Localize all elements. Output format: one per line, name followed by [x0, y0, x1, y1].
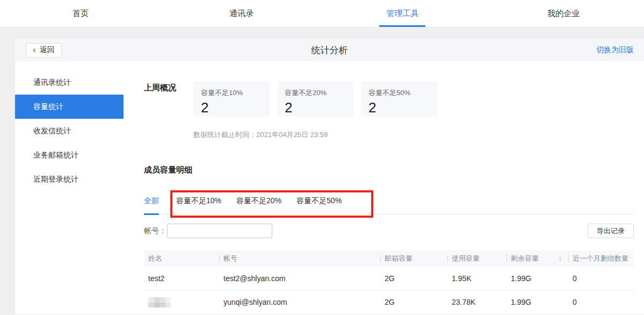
nav-item-label: 管理工具: [386, 9, 418, 19]
sidebar: 通讯录统计 容量统计 收发信统计 业务邮箱统计 近期登录统计: [15, 61, 124, 314]
switch-to-old-version-link[interactable]: 切换为旧版: [596, 45, 634, 55]
last-week-overview-section: 上周概况 容量不足10% 2 容量不足20% 2 容量不足50% 2: [144, 81, 634, 117]
redacted-name-mosaic: [148, 297, 171, 307]
cell-deleted-last-month: 0: [568, 290, 634, 314]
table-header-row: 姓名 帐号 邮箱容量 使用容量 ↓ 剩余容量 近一个月删信数量: [144, 250, 634, 267]
sidebar-item-label: 容量统计: [33, 102, 63, 111]
cell-mailbox-quota: 2G: [380, 267, 447, 290]
top-nav: 首页 通讯录 管理工具 我的企业: [0, 0, 644, 27]
nav-item-my-enterprise[interactable]: 我的企业: [483, 0, 644, 27]
stat-card-label: 容量不足20%: [285, 88, 353, 98]
stat-card-value: 2: [285, 99, 353, 116]
column-header-remaining-capacity[interactable]: ↓ 剩余容量: [506, 250, 568, 267]
tab-all[interactable]: 全部: [144, 196, 159, 215]
sidebar-item-label: 业务邮箱统计: [33, 151, 78, 159]
cell-account: test2@shlyan.com: [219, 267, 380, 290]
stat-card-value: 2: [368, 99, 437, 116]
nav-item-contacts[interactable]: 通讯录: [161, 0, 322, 27]
member-capacity-detail-title: 成员容量明细: [144, 165, 634, 175]
data-cutoff-timestamp: 数据统计截止时间：2021年04月25日 23:59: [193, 130, 634, 140]
sidebar-item-label: 通讯录统计: [33, 78, 71, 87]
sidebar-item-business-mailbox-stats[interactable]: 业务邮箱统计: [15, 143, 124, 167]
nav-item-label: 我的企业: [547, 9, 580, 19]
export-records-button[interactable]: 导出记录: [588, 224, 634, 238]
main-panel: 上周概况 容量不足10% 2 容量不足20% 2 容量不足50% 2: [124, 61, 644, 314]
tab-under-20[interactable]: 容量不足20%: [236, 196, 281, 215]
cell-name: [144, 290, 219, 314]
tab-under-50[interactable]: 容量不足50%: [296, 196, 342, 215]
stat-card-value: 2: [201, 99, 270, 116]
sidebar-item-recent-login-stats[interactable]: 近期登录统计: [15, 167, 124, 191]
table-row: test2 test2@shlyan.com 2G 1.95K 1.99G 0: [144, 267, 634, 290]
tab-under-10[interactable]: 容量不足10%: [176, 196, 221, 215]
page-title: 统计分析: [312, 44, 348, 56]
cell-used: 1.95K: [447, 267, 506, 290]
page-header: ‹ 返回 统计分析 切换为旧版: [15, 39, 644, 61]
account-input-label: 帐号：: [144, 226, 167, 236]
stat-card-label: 容量不足10%: [201, 88, 270, 98]
overview-cards: 容量不足10% 2 容量不足20% 2 容量不足50% 2: [193, 81, 437, 117]
cell-account: yunqi@shlyan.com: [219, 290, 380, 314]
column-header-name: 姓名: [144, 250, 219, 267]
capacity-filter-tabs: 全部 容量不足10% 容量不足20% 容量不足50%: [144, 191, 634, 214]
nav-item-label: 首页: [73, 9, 89, 19]
stat-card-label: 容量不足50%: [368, 88, 437, 98]
cell-name: test2: [144, 267, 219, 290]
column-header-deleted-last-month: 近一个月删信数量: [568, 250, 634, 267]
overview-section-label: 上周概况: [144, 81, 193, 117]
sidebar-item-label: 收发信统计: [33, 126, 71, 135]
sidebar-item-capacity-stats[interactable]: 容量统计: [15, 95, 124, 119]
column-header-account: 帐号: [219, 250, 380, 267]
account-filter-row: 帐号： 导出记录: [144, 224, 634, 238]
column-header-label: 剩余容量: [511, 254, 539, 262]
stat-card-under-10: 容量不足10% 2: [193, 81, 270, 117]
sidebar-item-label: 近期登录统计: [33, 175, 78, 183]
back-button-label: 返回: [40, 45, 55, 55]
nav-item-admin-tools[interactable]: 管理工具: [322, 0, 483, 27]
cell-mailbox-quota: 2G: [380, 290, 447, 314]
active-tab-underline: [379, 25, 425, 27]
capacity-table: 姓名 帐号 邮箱容量 使用容量 ↓ 剩余容量 近一个月删信数量 test2: [144, 250, 634, 314]
cell-deleted-last-month: 0: [568, 267, 634, 290]
cell-used: 23.78K: [447, 290, 506, 314]
table-row: yunqi@shlyan.com 2G 23.78K 1.99G 0: [144, 290, 634, 314]
nav-item-label: 通讯录: [229, 9, 254, 19]
stat-card-under-20: 容量不足20% 2: [277, 81, 353, 117]
account-search-input[interactable]: [167, 224, 272, 238]
cell-remaining: 1.99G: [506, 267, 568, 290]
sort-descending-icon[interactable]: ↓: [559, 254, 562, 262]
nav-item-home[interactable]: 首页: [0, 0, 161, 27]
cell-remaining: 1.99G: [506, 290, 568, 314]
content-area: 通讯录统计 容量统计 收发信统计 业务邮箱统计 近期登录统计 上周概况 容量不足…: [15, 61, 644, 314]
column-header-used-capacity: 使用容量: [447, 250, 506, 267]
sidebar-item-send-receive-stats[interactable]: 收发信统计: [15, 119, 124, 143]
stat-card-under-50: 容量不足50% 2: [361, 81, 437, 117]
back-button[interactable]: ‹ 返回: [26, 43, 62, 58]
sidebar-item-contacts-stats[interactable]: 通讯录统计: [15, 70, 124, 95]
chevron-left-icon: ‹: [33, 45, 36, 54]
column-header-mailbox-quota: 邮箱容量: [380, 250, 447, 267]
page-panel: ‹ 返回 统计分析 切换为旧版 通讯录统计 容量统计 收发信统计 业务邮箱统计 …: [15, 39, 644, 314]
